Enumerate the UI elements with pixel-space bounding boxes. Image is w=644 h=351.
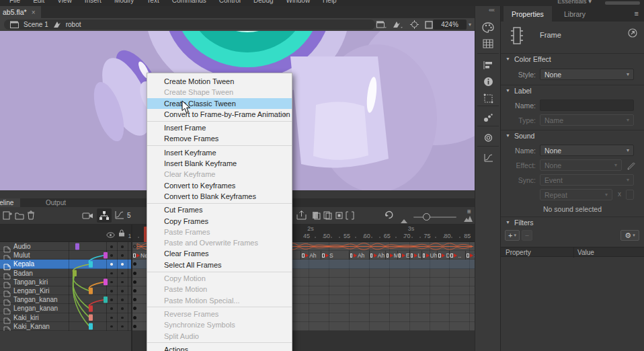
layer-name[interactable]: Lengan_Kiri: [13, 287, 49, 295]
search-box[interactable]: [605, 1, 640, 5]
tab-library[interactable]: Library: [556, 6, 594, 22]
parent-view-toggle[interactable]: [97, 208, 112, 223]
menu-item-insert-frame[interactable]: Insert Frame: [147, 122, 292, 133]
new-layer-icon[interactable]: [3, 210, 12, 223]
layer-name[interactable]: Lengan_kanan: [13, 305, 58, 312]
dock-transform-panel[interactable]: [477, 90, 499, 106]
dock-info-panel[interactable]: [477, 73, 499, 89]
export-frames-icon[interactable]: [296, 210, 307, 223]
collapse-triangle-icon[interactable]: ▼: [506, 88, 510, 93]
collapse-triangle-icon[interactable]: ▼: [506, 133, 510, 138]
layer-row-tangan-kanan[interactable]: Tangan_kanan: [0, 295, 132, 304]
layer-lock-dot[interactable]: [121, 272, 124, 275]
layer-lock-dot[interactable]: [121, 245, 124, 248]
menu-control[interactable]: Control: [219, 0, 241, 4]
filter-options-button[interactable]: ⚙▾: [620, 230, 639, 241]
add-filter-button[interactable]: +▾: [505, 230, 520, 241]
layer-visibility-dot[interactable]: [110, 263, 113, 266]
jump-to-icon[interactable]: [628, 28, 637, 40]
layer-row-badan[interactable]: Badan: [0, 269, 132, 278]
clip-content-icon[interactable]: [425, 20, 433, 32]
menu-item-convert-to-blank-keyframes[interactable]: Convert to Blank Keyframes: [147, 191, 292, 202]
zoom-dropdown-icon[interactable]: ▾: [469, 22, 471, 28]
zoom-level-field[interactable]: 424%: [433, 20, 467, 30]
section-color-effect[interactable]: ▼ Color Effect: [501, 53, 644, 65]
edit-symbols-icon[interactable]: [393, 20, 403, 32]
layer-name[interactable]: Mulut: [13, 251, 30, 259]
breadcrumb-symbol[interactable]: robot: [66, 21, 81, 28]
layer-lock-dot[interactable]: [121, 317, 124, 319]
close-icon[interactable]: ×: [32, 9, 36, 16]
menu-item-convert-to-keyframes[interactable]: Convert to Keyframes: [147, 180, 292, 191]
layer-frames-divider[interactable]: [131, 225, 132, 351]
collapse-triangle-icon[interactable]: ▼: [506, 220, 510, 225]
breadcrumb-scene[interactable]: Scene 1: [24, 21, 48, 28]
layer-row-kaki-kanan[interactable]: Kaki_Kanan: [0, 322, 132, 331]
document-tab[interactable]: ab5.fla* ×: [0, 6, 41, 18]
collapse-triangle-icon[interactable]: ▼: [506, 56, 510, 61]
edit-multiple-frames-icon[interactable]: [335, 210, 344, 223]
layer-visibility-dot[interactable]: [110, 307, 113, 310]
menu-text[interactable]: Text: [147, 0, 159, 4]
layer-name[interactable]: Tangan_kiri: [13, 278, 48, 286]
loop-icon[interactable]: [384, 210, 394, 223]
layer-name[interactable]: Kepala: [13, 260, 34, 268]
dock-swatches-panel[interactable]: [477, 36, 499, 52]
label-name-input[interactable]: [540, 100, 634, 111]
edit-scene-icon[interactable]: [376, 20, 387, 32]
show-all-layers-eye-icon[interactable]: [106, 229, 115, 241]
layer-lock-dot[interactable]: [121, 299, 124, 301]
timeline-panel-menu-icon[interactable]: ≡: [467, 208, 471, 215]
dock-brush-panel[interactable]: [477, 110, 499, 126]
menu-file[interactable]: File: [9, 0, 20, 4]
layer-visibility-dot[interactable]: [110, 281, 113, 284]
properties-panel-menu-icon[interactable]: ≡: [635, 9, 639, 17]
layer-lock-dot[interactable]: [121, 325, 124, 328]
menu-item-select-all-frames[interactable]: Select All Frames: [147, 260, 292, 270]
layer-lock-dot[interactable]: [121, 263, 124, 266]
sound-name-dropdown[interactable]: None▾: [540, 145, 634, 156]
collapse-panels-icon[interactable]: ««: [489, 7, 494, 13]
dock-cc-libraries-panel[interactable]: [477, 130, 499, 146]
layer-row-audio[interactable]: Audio: [0, 242, 132, 251]
onion-skin-outlines-icon[interactable]: [323, 210, 332, 223]
layer-name[interactable]: Kaki_kiri: [13, 314, 39, 321]
layer-row-kaki-kiri[interactable]: Kaki_kiri: [0, 313, 132, 322]
dock-align-panel[interactable]: [477, 57, 499, 73]
menu-item-copy-frames[interactable]: Copy Frames: [147, 216, 292, 227]
tab-properties[interactable]: Properties: [504, 6, 552, 22]
layer-visibility-dot[interactable]: [110, 254, 113, 257]
menu-item-actions[interactable]: Actions: [147, 344, 292, 351]
layer-name[interactable]: Audio: [13, 243, 31, 250]
menu-window[interactable]: Window: [286, 0, 311, 4]
frame-size-slider[interactable]: [413, 217, 456, 218]
layer-name[interactable]: Badan: [13, 270, 33, 277]
menu-item-clear-frames[interactable]: Clear Frames: [147, 248, 292, 259]
menu-item-insert-blank-keyframe[interactable]: Insert Blank Keyframe: [147, 158, 292, 169]
section-label[interactable]: ▼ Label: [501, 85, 644, 96]
layer-row-tangan-kiri[interactable]: Tangan_kiri: [0, 278, 132, 286]
layer-name[interactable]: Kaki_Kanan: [13, 323, 50, 330]
dock-color-panel[interactable]: [477, 20, 499, 36]
menu-help[interactable]: Help: [323, 0, 337, 4]
menu-modify[interactable]: Modify: [114, 0, 134, 4]
menu-edit[interactable]: Edit: [33, 0, 44, 4]
menu-view[interactable]: View: [57, 0, 72, 4]
menu-item-cut-frames[interactable]: Cut Frames: [147, 204, 292, 215]
layer-lock-dot[interactable]: [121, 290, 124, 292]
menu-item-create-classic-tween[interactable]: Create Classic Tween: [147, 98, 292, 109]
motion-graph-icon[interactable]: [114, 210, 124, 223]
layer-row-lengan-kiri[interactable]: Lengan_Kiri: [0, 286, 132, 295]
layer-row-kepala[interactable]: Kepala: [0, 260, 132, 268]
menu-item-remove-frames[interactable]: Remove Frames: [147, 133, 292, 144]
tab-output[interactable]: Output: [39, 198, 73, 207]
menu-item-create-motion-tween[interactable]: Create Motion Tween: [147, 76, 292, 87]
layer-lock-dot[interactable]: [121, 307, 124, 310]
style-dropdown[interactable]: None▾: [540, 69, 634, 80]
center-stage-icon[interactable]: [410, 20, 419, 32]
layer-row-lengan-kanan[interactable]: Lengan_kanan: [0, 304, 132, 313]
camera-icon[interactable]: [82, 210, 93, 223]
menu-insert[interactable]: Insert: [85, 0, 102, 4]
delete-layer-icon[interactable]: [27, 210, 35, 223]
section-sound[interactable]: ▼ Sound: [501, 130, 644, 141]
